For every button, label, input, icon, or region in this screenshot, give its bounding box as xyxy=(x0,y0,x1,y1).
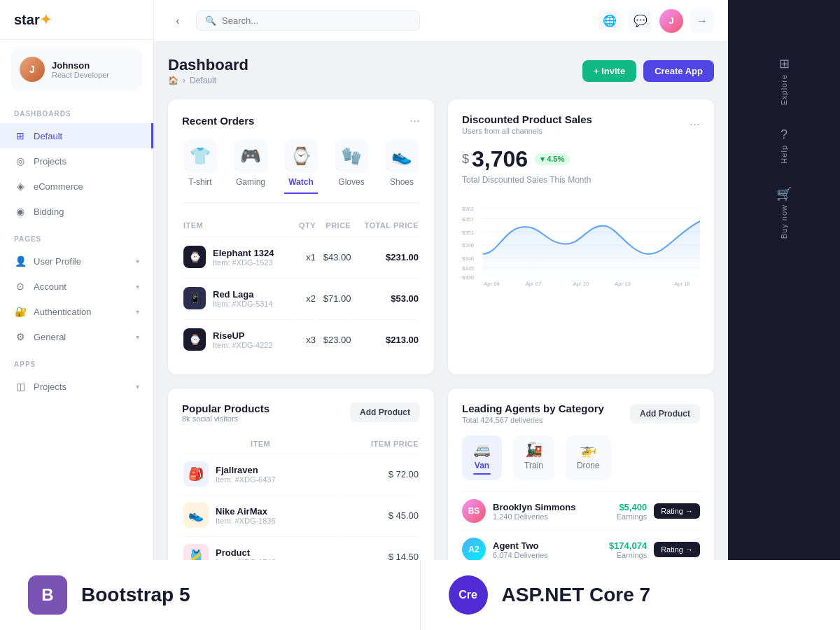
user-name: Johnson xyxy=(52,60,109,71)
sidebar-item-projects[interactable]: ◎ Projects xyxy=(0,148,153,174)
notifications-icon[interactable]: 🌐 xyxy=(598,9,622,33)
discounted-sales-header: Discounted Product Sales Users from all … xyxy=(462,113,700,135)
product-name: Fjallraven xyxy=(216,465,276,475)
help-panel-item[interactable]: ? Help xyxy=(734,119,834,172)
tab-watch[interactable]: ⌚ Watch xyxy=(284,139,318,194)
user-role: React Developer xyxy=(52,71,109,79)
search-input[interactable] xyxy=(222,15,411,26)
sidebar-item-label: Default xyxy=(34,131,137,141)
order-item-id: Item: #XDG-5314 xyxy=(213,300,273,308)
popular-products-subtitle: 8k social visitors xyxy=(182,414,270,423)
tab-gaming[interactable]: 🎮 Gaming xyxy=(234,139,267,194)
svg-text:Apr 13: Apr 13 xyxy=(615,281,631,287)
tshirt-icon: 👕 xyxy=(183,139,217,173)
order-item-id: Item: #XDG-4222 xyxy=(213,341,273,349)
product-item-cell: 🎽 Product Item: #XDG-1746 xyxy=(183,544,337,569)
popular-products-title: Popular Products xyxy=(182,402,270,414)
buy-now-panel-item[interactable]: 🛒 Buy now xyxy=(734,178,834,247)
discounted-sales-card: Discounted Product Sales Users from all … xyxy=(448,99,714,374)
help-label: Help xyxy=(780,145,788,164)
tab-gloves-label: Gloves xyxy=(338,177,364,187)
sidebar-item-account[interactable]: ⊙ Account ▾ xyxy=(0,274,153,299)
tab-gaming-label: Gaming xyxy=(236,177,265,187)
cards-row: Recent Orders ··· 👕 T-shirt 🎮 Gaming ⌚ xyxy=(168,99,714,374)
agent-name: Zuid Area xyxy=(493,579,610,589)
sidebar-item-label: General xyxy=(34,332,129,342)
product-name: Product xyxy=(216,547,276,558)
add-product-agents-button[interactable]: Add Product xyxy=(630,404,700,424)
home-icon: 🏠 xyxy=(168,76,178,85)
ecommerce-icon: ◈ xyxy=(14,180,27,192)
rating-button[interactable]: Rating → xyxy=(654,542,700,557)
order-item-cell: 📱 Red Laga Item: #XDG-5314 xyxy=(183,287,294,309)
order-item-cell: ⌚ RiseUP Item: #XDG-4222 xyxy=(183,328,294,351)
general-icon: ⚙ xyxy=(14,330,27,343)
agent-tabs: 🚐 Van 🚂 Train 🚁 Drone xyxy=(462,435,700,480)
order-qty: x3 xyxy=(295,319,316,359)
explore-panel-item[interactable]: ⊞ Explore xyxy=(734,48,834,113)
chevron-down-icon: ▾ xyxy=(136,308,139,316)
train-icon: 🚂 xyxy=(525,441,542,458)
tab-tshirt[interactable]: 👕 T-shirt xyxy=(183,139,217,194)
svg-text:Apr 07: Apr 07 xyxy=(526,281,542,287)
sidebar-item-user-profile[interactable]: 👤 User Profile ▾ xyxy=(0,248,153,274)
buy-now-label: Buy now xyxy=(780,204,788,239)
chart-value: $ 3,706 xyxy=(462,146,528,172)
sales-menu-icon[interactable]: ··· xyxy=(690,117,700,132)
order-item-image: ⌚ xyxy=(183,246,206,268)
tab-tshirt-label: T-shirt xyxy=(188,177,211,187)
topbar-right: 🌐 💬 J → xyxy=(598,9,714,33)
tab-van[interactable]: 🚐 Van xyxy=(462,435,502,480)
watch-icon: ⌚ xyxy=(284,139,318,173)
popular-products-card: Popular Products 8k social visitors Add … xyxy=(168,388,434,621)
order-price: $23.00 xyxy=(317,319,351,359)
sidebar-item-authentication[interactable]: 🔐 Authentication ▾ xyxy=(0,299,153,324)
sidebar-item-label: Bidding xyxy=(34,206,139,217)
user-profile-card[interactable]: J Johnson React Developer xyxy=(11,48,142,90)
tab-shoes[interactable]: 👟 Shoes xyxy=(385,139,419,194)
tab-drone[interactable]: 🚁 Drone xyxy=(566,435,611,480)
user-avatar-topbar[interactable]: J xyxy=(659,9,683,33)
arrow-right-icon[interactable]: → xyxy=(690,9,714,33)
sidebar-item-default[interactable]: ⊞ Default xyxy=(0,123,153,148)
rating-button[interactable]: Rating → xyxy=(654,503,700,519)
logo-text: star✦ xyxy=(14,12,52,27)
drone-icon: 🚁 xyxy=(580,441,597,458)
invite-button[interactable]: + Invite xyxy=(582,60,636,82)
sidebar-item-general[interactable]: ⚙ General ▾ xyxy=(0,324,153,349)
agent-avatar: BS xyxy=(462,499,486,523)
sidebar-item-ecommerce[interactable]: ◈ eCommerce xyxy=(0,174,153,199)
auth-icon: 🔐 xyxy=(14,305,27,318)
table-row: 🎒 Fjallraven Item: #XDG-6437 $ 72.00 xyxy=(183,454,419,493)
orders-menu-icon[interactable]: ··· xyxy=(410,113,420,128)
tab-gloves[interactable]: 🧤 Gloves xyxy=(335,139,368,194)
product-price: $ 72.00 xyxy=(339,454,419,493)
recent-orders-header: Recent Orders ··· xyxy=(182,113,420,128)
sidebar-item-projects-app[interactable]: ◫ Projects ▾ xyxy=(0,374,153,399)
agent-earnings-label: Earnings xyxy=(609,551,647,559)
svg-text:$335: $335 xyxy=(462,265,474,272)
messages-icon[interactable]: 💬 xyxy=(629,9,652,33)
tab-drone-label: Drone xyxy=(577,461,600,470)
table-row: 🎽 Product Item: #XDG-1746 $ 14.50 xyxy=(183,536,419,576)
chart-area: $362 $357 $351 $346 $340 $335 $330 xyxy=(462,196,700,297)
col-qty: QTY xyxy=(295,216,316,235)
svg-text:$330: $330 xyxy=(462,274,474,281)
sidebar-toggle-button[interactable]: ‹ xyxy=(168,11,188,31)
discounted-sales-subtitle: Users from all channels xyxy=(462,127,592,135)
sidebar-item-bidding[interactable]: ◉ Bidding xyxy=(0,199,153,224)
shoes-icon: 👟 xyxy=(385,139,419,173)
search-icon: 🔍 xyxy=(205,15,216,26)
recent-orders-title: Recent Orders xyxy=(182,115,254,127)
search-bar[interactable]: 🔍 xyxy=(196,10,420,31)
sidebar-item-label: Account xyxy=(34,281,129,292)
order-price: $43.00 xyxy=(317,237,351,276)
product-price: $ 14.50 xyxy=(339,536,419,576)
tab-train[interactable]: 🚂 Train xyxy=(513,435,554,480)
create-app-button[interactable]: Create App xyxy=(643,60,714,82)
add-product-button[interactable]: Add Product xyxy=(350,402,420,422)
rating-button[interactable]: Rating → xyxy=(654,580,700,596)
agent-avatar: A2 xyxy=(462,538,486,561)
svg-text:$351: $351 xyxy=(462,230,474,236)
agent-earnings: $174,074 xyxy=(609,540,647,551)
